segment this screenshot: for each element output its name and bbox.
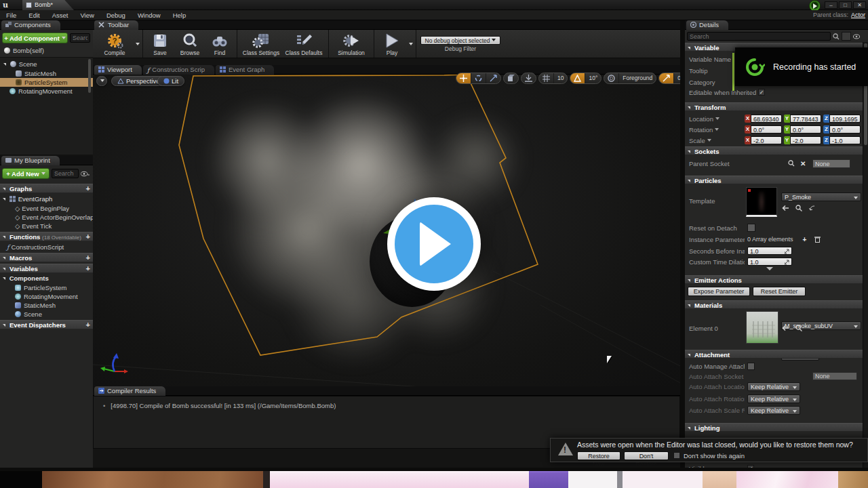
layer-dropdown[interactable]: Foreground [618,73,656,84]
save-button[interactable]: Save [146,30,174,58]
location-z-input[interactable]: 109.1695 [829,115,861,123]
menu-asset[interactable]: Asset [46,10,75,20]
compile-button[interactable]: ? Compile [96,30,134,58]
class-settings-button[interactable]: Class Settings [240,30,282,58]
scale-y-input[interactable]: -2.0 [790,136,821,144]
seconds-before-inactive-input[interactable]: 1.0 [747,247,792,255]
scale-x-input[interactable]: -2.0 [751,136,782,144]
transform-section-header[interactable]: Transform [685,102,863,111]
browse-button[interactable]: Browse [174,30,205,58]
add-function-icon[interactable]: + [86,232,90,241]
add-variable-icon[interactable]: + [86,264,90,272]
menu-file[interactable]: File [0,10,22,20]
add-element-icon[interactable]: + [803,236,807,243]
auto-attach-location-dropdown[interactable]: Keep Relative [747,382,800,391]
menu-edit[interactable]: Edit [22,10,45,20]
translate-tool-button[interactable] [456,73,471,84]
component-item-particlesystem[interactable]: ParticleSystem [0,78,93,87]
component-item-rotatingmovement[interactable]: RotatingMovement [0,87,93,96]
menu-view[interactable]: View [74,10,100,20]
attachment-section-header[interactable]: Attachment [685,350,863,359]
reset-on-detach-checkbox[interactable] [747,224,755,232]
details-search-input[interactable] [687,32,831,41]
location-x-input[interactable]: 68.69340 [751,115,782,123]
details-scrollbar[interactable] [863,42,868,468]
asset-tab-bomb[interactable]: Bomb* [22,0,74,10]
location-y-input[interactable]: 77.78443 [790,115,821,123]
class-defaults-button[interactable]: Class Defaults [282,30,326,58]
location-label[interactable]: Location [685,115,745,123]
coordinate-space-button[interactable] [504,73,518,84]
editable-when-inherited-checkbox[interactable]: ✓ [758,89,765,96]
tab-toolbar[interactable]: Toolbar [94,20,138,30]
menu-help[interactable]: Help [167,10,193,20]
tab-my-blueprint[interactable]: My Blueprint [1,156,60,165]
graphs-header[interactable]: Graphs+ [0,184,93,193]
material-thumbnail[interactable] [746,311,778,344]
event-dispatchers-header[interactable]: Event Dispatchers+ [0,320,93,329]
materials-section-header[interactable]: Materials [685,300,863,309]
video-play-overlay[interactable] [387,197,481,291]
scale-z-input[interactable]: -1.0 [829,136,861,144]
scale-label[interactable]: Scale [685,137,745,144]
component-item-scene[interactable]: Scene [0,60,93,68]
use-selected-arrow-icon[interactable] [781,205,789,211]
surface-snap-button[interactable] [521,73,536,84]
reset-emitter-button[interactable]: Reset Emitter [753,287,806,296]
eye-icon[interactable] [853,34,861,39]
3d-viewport[interactable] [93,75,680,386]
grid-snap-value[interactable]: 10 [553,73,567,84]
components-scrollbar[interactable] [88,59,91,93]
function-constructionscript[interactable]: ƒConstructionScript [0,243,93,251]
add-new-button[interactable]: + Add New [2,168,50,179]
particle-template-thumbnail[interactable] [746,187,777,217]
simulation-button[interactable]: Simulation [332,30,371,58]
variable-particlesystem[interactable]: ParticleSystem [0,283,93,292]
scale-tool-button[interactable] [486,73,500,84]
tab-details[interactable]: Details [686,20,728,30]
tab-construction-script[interactable]: ƒConstruction Scrip [143,65,214,75]
clear-socket-icon[interactable]: ✕ [800,160,806,167]
play-button[interactable]: Play [377,30,407,58]
emitter-actions-header[interactable]: Emitter Actions [685,275,863,284]
particles-section-header[interactable]: Particles [685,176,863,184]
sockets-section-header[interactable]: Sockets [685,146,863,155]
add-component-button[interactable]: + Add Component [2,33,68,43]
variable-staticmesh[interactable]: StaticMesh [0,301,93,310]
variable-scene[interactable]: Scene [0,310,93,319]
search-icon[interactable] [788,160,795,167]
close-button[interactable]: ✕ [853,1,866,9]
tab-viewport[interactable]: Viewport [94,65,142,75]
lit-button[interactable]: Lit [157,76,184,86]
variables-header[interactable]: Variables+ [0,264,93,273]
tab-compiler-results[interactable]: Compiler Results [94,386,165,396]
reset-icon[interactable] [809,205,816,211]
event-beginplay[interactable]: ◇Event BeginPlay [0,204,93,213]
maximize-button[interactable]: □ [839,1,852,9]
functions-header[interactable]: Functions (18 Overridable) + [0,232,93,241]
menu-window[interactable]: Window [132,10,167,20]
trash-icon[interactable] [814,236,821,243]
rotation-x-input[interactable]: 0.0° [751,125,782,134]
tab-event-graph[interactable]: Event Graph [216,65,274,75]
property-matrix-button[interactable] [842,32,851,41]
parent-class-link[interactable]: Actor [851,12,865,18]
add-dispatcher-icon[interactable]: + [86,321,90,329]
scale-snap-toggle[interactable] [659,73,673,84]
variables-components-group[interactable]: Components [0,274,93,283]
add-macro-icon[interactable]: + [86,253,90,262]
myblueprint-search-input[interactable] [52,169,79,178]
component-root-bomb[interactable]: Bomb(self) [0,46,93,55]
dont-restore-button[interactable]: Don't Restore [624,451,669,460]
dont-show-again-checkbox[interactable] [673,452,680,459]
lighting-section-header[interactable]: Lighting [685,423,863,432]
event-tick[interactable]: ◇Event Tick [0,222,93,230]
browse-to-asset-icon[interactable] [795,325,803,331]
auto-attach-socket-input[interactable]: None [812,372,857,380]
custom-time-dilation-input[interactable]: 1.0 [747,258,792,266]
debug-object-dropdown[interactable]: No debug object selected [420,36,500,45]
add-graph-icon[interactable]: + [86,184,90,192]
components-search-input[interactable] [70,33,90,43]
auto-attach-rotation-dropdown[interactable]: Keep Relative [747,394,800,403]
rotation-snap-toggle[interactable] [570,73,585,84]
